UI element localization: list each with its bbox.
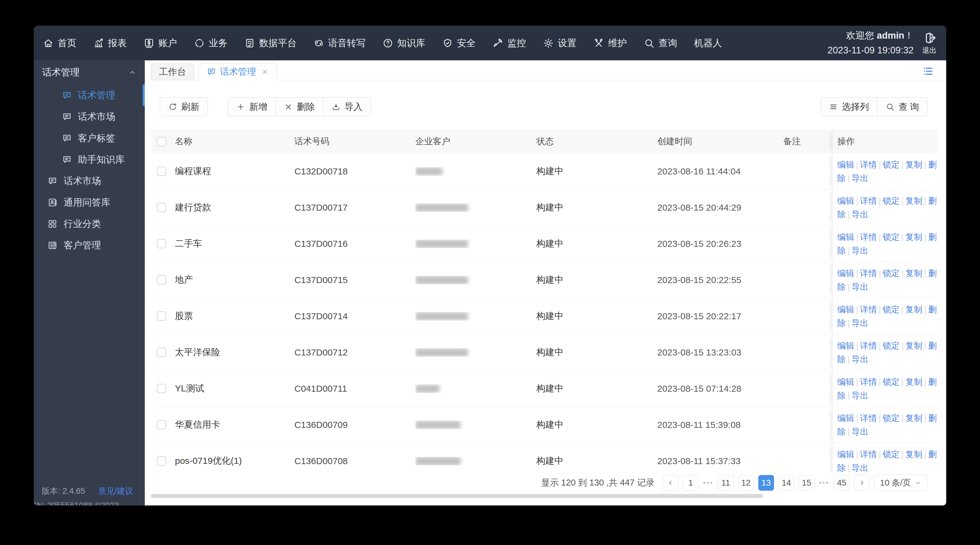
row-checkbox[interactable] (157, 275, 166, 285)
page-button-15[interactable]: 15 (799, 475, 815, 491)
action-link-6[interactable]: 导出 (851, 319, 869, 328)
next-page-button[interactable] (854, 475, 870, 491)
nav-item-accounts[interactable]: 账户 (143, 37, 177, 49)
action-link-3[interactable]: 锁定 (883, 160, 900, 169)
action-link-1[interactable]: 编辑 (837, 377, 854, 387)
action-link-6[interactable]: 导出 (851, 174, 869, 183)
nav-item-business[interactable]: 业务 (194, 37, 228, 49)
horizontal-scrollbar[interactable] (151, 494, 763, 498)
action-link-3[interactable]: 锁定 (883, 377, 900, 387)
page-button-12[interactable]: 12 (738, 475, 754, 491)
select-columns-button[interactable]: 选择列 (821, 97, 877, 116)
sidebar-item-industry-category[interactable]: 行业分类 (34, 213, 145, 234)
action-link-2[interactable]: 详情 (860, 196, 877, 206)
delete-button[interactable]: 删除 (275, 97, 323, 116)
action-link-3[interactable]: 锁定 (883, 413, 900, 423)
action-link-2[interactable]: 详情 (860, 341, 877, 351)
action-link-2[interactable]: 详情 (860, 449, 877, 459)
action-link-2[interactable]: 详情 (860, 413, 877, 423)
row-checkbox[interactable] (157, 239, 166, 249)
action-link-6[interactable]: 导出 (851, 463, 869, 473)
tab-script-manage[interactable]: 话术管理 (199, 64, 277, 80)
nav-item-reports[interactable]: 报表 (93, 37, 127, 49)
action-link-4[interactable]: 复制 (905, 233, 923, 242)
select-all-checkbox[interactable] (157, 137, 166, 147)
action-link-1[interactable]: 编辑 (837, 233, 854, 242)
action-link-4[interactable]: 复制 (905, 449, 923, 459)
nav-item-query[interactable]: 查询 (644, 37, 677, 49)
page-button-1[interactable]: 1 (683, 475, 698, 491)
nav-item-home[interactable]: 首页 (43, 37, 76, 49)
row-checkbox[interactable] (157, 167, 166, 176)
nav-item-settings[interactable]: 设置 (543, 37, 576, 49)
action-link-3[interactable]: 锁定 (883, 196, 900, 206)
action-link-1[interactable]: 编辑 (837, 413, 854, 423)
page-button-11[interactable]: 11 (718, 475, 733, 491)
nav-item-robot[interactable]: 机器人 (694, 37, 722, 49)
nav-item-speech-transcribe[interactable]: 语音转写 (313, 37, 366, 49)
action-link-1[interactable]: 编辑 (837, 160, 854, 169)
nav-item-data-platform[interactable]: 数据平台 (244, 37, 296, 49)
action-link-1[interactable]: 编辑 (837, 196, 854, 206)
prev-page-button[interactable] (663, 475, 678, 491)
action-link-2[interactable]: 详情 (860, 160, 877, 169)
action-link-1[interactable]: 编辑 (837, 449, 854, 459)
list-icon[interactable] (922, 65, 934, 77)
row-checkbox[interactable] (157, 384, 166, 393)
nav-item-knowledge-base[interactable]: 知识库 (382, 37, 425, 49)
import-button[interactable]: 导入 (323, 97, 371, 116)
action-link-2[interactable]: 详情 (860, 233, 877, 242)
search-button[interactable]: 查 询 (877, 97, 928, 116)
action-link-6[interactable]: 导出 (851, 355, 869, 364)
action-link-6[interactable]: 导出 (851, 282, 869, 292)
page-size-select[interactable]: 10 条/页 (874, 475, 928, 491)
action-link-3[interactable]: 锁定 (883, 305, 900, 314)
action-link-1[interactable]: 编辑 (837, 341, 854, 351)
action-link-1[interactable]: 编辑 (837, 269, 854, 278)
tab-workbench[interactable]: 工作台 (151, 64, 194, 80)
row-checkbox[interactable] (157, 311, 166, 321)
page-button-13[interactable]: 13 (758, 475, 774, 491)
logout-button[interactable]: 退出 (922, 31, 937, 55)
row-checkbox[interactable] (157, 347, 166, 357)
tab-close-button[interactable] (261, 68, 269, 76)
add-button[interactable]: 新增 (228, 97, 276, 116)
action-link-3[interactable]: 锁定 (883, 269, 900, 278)
nav-item-maintenance[interactable]: 维护 (593, 37, 627, 49)
action-link-4[interactable]: 复制 (905, 341, 923, 351)
action-link-2[interactable]: 详情 (860, 269, 877, 278)
row-checkbox[interactable] (157, 420, 166, 429)
action-link-3[interactable]: 锁定 (883, 341, 900, 351)
action-link-6[interactable]: 导出 (851, 210, 869, 219)
action-link-1[interactable]: 编辑 (837, 305, 854, 314)
action-link-3[interactable]: 锁定 (883, 233, 900, 242)
action-link-4[interactable]: 复制 (905, 269, 923, 278)
action-link-4[interactable]: 复制 (905, 160, 923, 169)
nav-item-security[interactable]: 安全 (442, 37, 476, 49)
sidebar-item-general-qa[interactable]: 通用问答库 (34, 191, 145, 213)
sidebar-sub-item-assistant-kb[interactable]: 助手知识库 (34, 149, 145, 170)
page-button-45[interactable]: 45 (834, 475, 850, 491)
sidebar-sub-item-customer-tags[interactable]: 客户标签 (34, 127, 145, 149)
sidebar-sub-item-script-manage[interactable]: 话术管理 (34, 84, 145, 106)
action-link-6[interactable]: 导出 (851, 246, 869, 255)
action-link-4[interactable]: 复制 (905, 413, 923, 423)
sidebar-sub-item-script-market-sub[interactable]: 话术市场 (34, 106, 145, 127)
row-checkbox[interactable] (157, 203, 166, 212)
feedback-link[interactable]: 意见/建议 (98, 486, 133, 496)
action-link-6[interactable]: 导出 (851, 427, 869, 437)
action-link-2[interactable]: 详情 (860, 377, 877, 387)
row-checkbox[interactable] (157, 456, 166, 465)
sidebar-group-script-manage[interactable]: 话术管理 (34, 61, 145, 84)
action-link-4[interactable]: 复制 (905, 305, 923, 314)
action-link-4[interactable]: 复制 (905, 377, 923, 387)
sidebar-item-customer-manage[interactable]: 客户管理 (34, 234, 145, 256)
sidebar-item-script-market[interactable]: 话术市场 (34, 170, 145, 191)
action-link-4[interactable]: 复制 (905, 196, 923, 206)
refresh-button[interactable]: 刷新 (160, 97, 208, 116)
action-link-6[interactable]: 导出 (851, 391, 869, 400)
page-button-14[interactable]: 14 (778, 475, 794, 491)
nav-item-monitor[interactable]: 监控 (493, 37, 526, 49)
action-link-2[interactable]: 详情 (860, 305, 877, 314)
action-link-3[interactable]: 锁定 (883, 449, 900, 459)
